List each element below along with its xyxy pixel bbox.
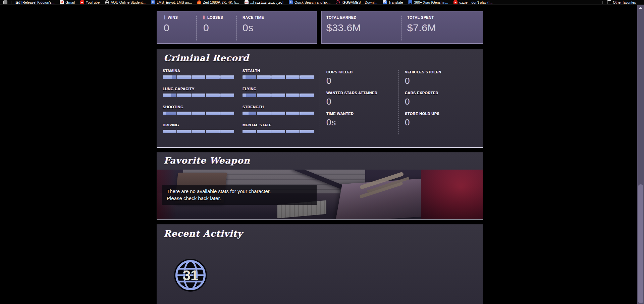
stat-cell: TOTAL EARNED$33.6M xyxy=(326,15,361,34)
stat-value: $33.6M xyxy=(326,22,361,34)
bookmark-label: ايجي بست مشاهدة ا... xyxy=(250,0,283,5)
race-stats-panel: WINS0LOSSES0RACE TIME0s xyxy=(157,11,317,44)
bookmark-item[interactable]: 360+ Xiao (Genshin... xyxy=(406,0,451,5)
no-stats-message-line2: Please check back later. xyxy=(167,195,312,202)
skill-bar-segment xyxy=(220,94,234,97)
skill-bar-segment xyxy=(257,112,271,115)
criminal-stat-value: 0 xyxy=(326,76,398,86)
skill-cell: FLYING xyxy=(243,87,314,97)
scrollbar-thumb[interactable] xyxy=(638,184,643,303)
skill-bar-segment xyxy=(271,75,285,79)
skill-bar-segment xyxy=(220,130,234,133)
favorite-weapon-panel: Favorite Weapon There are no available s… xyxy=(157,152,483,220)
no-stats-message: There are no available stats for your ch… xyxy=(162,185,317,205)
skill-label: SHOOTING xyxy=(163,105,234,109)
bookmark-item[interactable]: MGmail xyxy=(57,0,77,5)
bookmark-label: Zed 1080P, 2K, 4K, 5... xyxy=(203,0,239,5)
globe-icon xyxy=(105,0,109,4)
skill-bar-segment xyxy=(300,94,314,97)
translate-icon: G xyxy=(383,0,387,4)
skill-bar-segment xyxy=(286,94,300,97)
bookmark-item[interactable]: egايجي بست مشاهدة ا... xyxy=(242,0,286,5)
skill-label: STAMINA xyxy=(163,69,234,73)
bookmark-label: Gmail xyxy=(65,0,74,5)
rank-number: 31 xyxy=(183,267,199,283)
skill-bar-segment xyxy=(177,130,191,133)
skill-label: STRENGTH xyxy=(243,105,314,109)
bookmark-label: AOU Online Student... xyxy=(111,0,146,5)
criminal-stat-value: 0s xyxy=(326,117,398,128)
bookmark-item[interactable]: ≡Quick Search and Ex... xyxy=(286,0,333,5)
skill-progress-bar xyxy=(163,94,234,97)
skill-bar-segment xyxy=(192,112,205,115)
skill-bar-segment xyxy=(177,75,191,79)
stat-label: TOTAL SPENT xyxy=(407,15,434,19)
skill-bar-segment xyxy=(206,130,220,133)
skill-label: STEALTH xyxy=(243,69,314,73)
stat-value: 0 xyxy=(203,22,223,34)
bookmark-label: [Release] Kiddion's... xyxy=(21,0,54,5)
stat-label: TOTAL EARNED xyxy=(326,15,357,19)
igg-icon: i xyxy=(336,0,340,4)
gmail-icon: M xyxy=(60,0,64,4)
recent-activity-panel: Recent Activity 31 xyxy=(157,224,483,304)
stat-color-marker xyxy=(203,15,205,19)
skill-bar-segment xyxy=(271,130,285,133)
bookmark-label: Translate xyxy=(388,0,403,5)
bookmarks-separator xyxy=(602,1,603,4)
skill-bar-segment xyxy=(286,112,300,115)
skill-bar-segment xyxy=(300,130,314,133)
browser-window: uc[Release] Kiddion's...MGmail▶YouTubeAO… xyxy=(0,0,644,304)
skill-label: FLYING xyxy=(243,87,314,91)
bookmark-label: ozzie – don't play (f... xyxy=(459,0,492,5)
skill-bar-fill-edge xyxy=(246,75,256,79)
skill-bar-segment xyxy=(177,112,191,115)
bookmark-item[interactable]: ▶YouTube xyxy=(77,0,102,5)
skill-bar-fill-edge xyxy=(249,112,256,115)
skill-bar-segment xyxy=(163,130,176,133)
skill-cell: MENTAL STATE xyxy=(243,123,314,133)
skill-bar-segment xyxy=(286,130,300,133)
stat-label: RACE TIME xyxy=(243,15,264,19)
criminal-record-panel: Criminal Record STAMINASTEALTHLUNG CAPAC… xyxy=(157,49,483,148)
bookmark-item[interactable]: ▶ozzie – don't play (f... xyxy=(451,0,495,5)
no-stats-message-line1: There are no available stats for your ch… xyxy=(167,188,312,195)
bookmark-item[interactable]: uc[Release] Kiddion's... xyxy=(13,0,57,5)
bookmark-item[interactable]: AOU Online Student... xyxy=(102,0,148,5)
bookmark-item[interactable]: ≡LMS_Egypt: LMS an... xyxy=(148,0,195,5)
criminal-stat-label: WANTED STARS ATTAINED xyxy=(326,91,398,95)
egybest-icon: eg xyxy=(245,0,249,4)
criminal-record-stats: COPS KILLED0WANTED STARS ATTAINED0TIME W… xyxy=(326,70,479,132)
skill-bar-segment xyxy=(257,94,271,97)
stat-color-marker xyxy=(164,15,165,19)
skill-bar-segment xyxy=(163,112,176,115)
stat-value: 0s xyxy=(243,22,264,34)
bookmark-item[interactable]: Zed 1080P, 2K, 4K, 5... xyxy=(195,0,242,5)
ribbon-icon xyxy=(408,0,412,4)
skill-bar-fill-edge xyxy=(171,94,176,97)
skill-progress-bar xyxy=(243,112,314,115)
bookmark-label: YouTube xyxy=(86,0,100,5)
criminal-record-divider xyxy=(320,70,320,134)
skill-bar-segment xyxy=(163,75,176,79)
scroll-up-button[interactable] xyxy=(637,5,644,10)
skill-label: DRIVING xyxy=(163,123,234,127)
sidebar-button[interactable] xyxy=(1,0,9,4)
other-favorites-button[interactable]: Other favorites xyxy=(604,0,639,5)
skill-bar-segment xyxy=(206,112,220,115)
stats-divider xyxy=(196,15,197,41)
bookmark-item[interactable]: GTranslate xyxy=(380,0,406,5)
rank-badge[interactable]: 31 xyxy=(174,258,207,292)
folder-icon xyxy=(607,0,611,4)
skill-bar-segment xyxy=(206,75,220,79)
skill-cell: SHOOTING xyxy=(163,105,234,115)
skill-bar-segment xyxy=(257,130,271,133)
criminal-stat-cell: WANTED STARS ATTAINED0 xyxy=(326,91,398,107)
bookmarks-separator xyxy=(11,1,11,4)
bookmark-item[interactable]: iIGGGAMES – Downl... xyxy=(333,0,380,5)
vertical-scrollbar[interactable] xyxy=(637,5,644,304)
bookmarks-list: uc[Release] Kiddion's...MGmail▶YouTubeAO… xyxy=(13,0,495,5)
stat-cell: WINS0 xyxy=(164,15,178,34)
stat-cell: LOSSES0 xyxy=(203,15,223,34)
uc-icon: uc xyxy=(16,0,20,4)
